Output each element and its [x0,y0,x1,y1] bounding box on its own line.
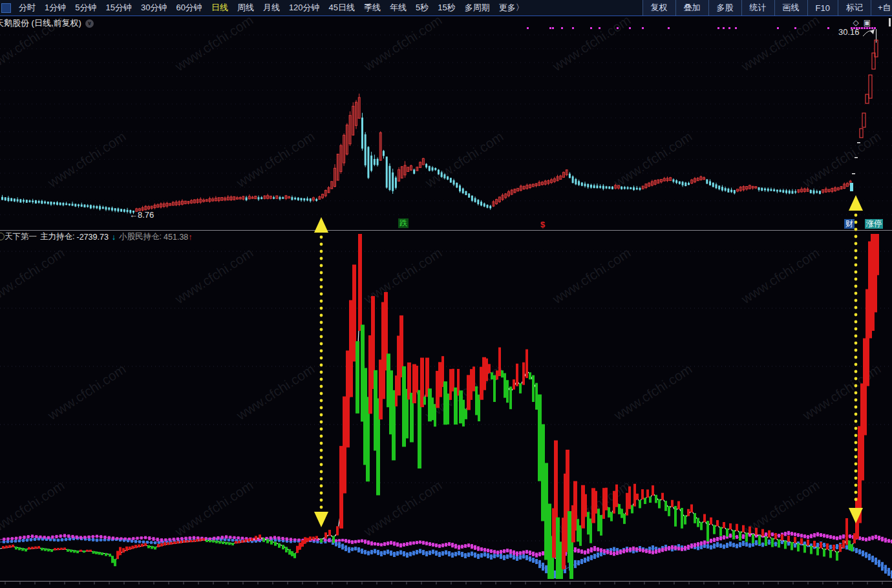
scroll-indicator[interactable] [889,18,891,26]
main-holdings-value: -2739.73 [76,233,108,242]
panel-icon[interactable]: ▣ [864,18,875,27]
corner-tool-icons[interactable]: ◇▣ [853,18,875,27]
retail-holdings-label: 小股民持仓: [119,231,162,242]
signal-dot-row [527,27,876,29]
stock-title: 鹅股份 (日线,前复权) [4,17,81,29]
stock-title-bar: 天 鹅股份 (日线,前复权) ∨ [0,17,94,29]
finance-badge: 财 [844,219,855,229]
chart-canvas [0,0,892,588]
retail-holdings-value: 451.38 [164,233,188,242]
fall-badge: 跌 [398,218,409,228]
guide-arrows [314,195,863,527]
time-axis-ticks [5,582,882,585]
limit-up-badge: 涨停 [865,219,883,229]
main-holdings-label: 主力持仓: [40,231,74,242]
price-candles [1,94,851,214]
indicator-header[interactable]: 天下第一 主力持仓: -2739.73 ↓ 小股民持仓: 451.38 ↑ [5,231,193,242]
money-icon: $ [539,220,546,229]
main-force-series [0,234,879,579]
price-spike-candles [850,29,878,191]
diamond-icon[interactable]: ◇ [853,18,863,27]
high-price-annotation: 30.16 [838,27,860,37]
chevron-down-icon[interactable]: ∨ [85,19,94,28]
indicator-name: 天下第一 [5,231,37,242]
app-window: 分时1分钟5分钟15分钟30分钟60分钟日线周线月线120分钟45日线季线年线5… [0,0,892,588]
down-arrow-icon: ↓ [112,233,116,242]
low-price-annotation: ←8.76 [129,210,154,220]
up-arrow-icon: ↑ [188,233,192,242]
